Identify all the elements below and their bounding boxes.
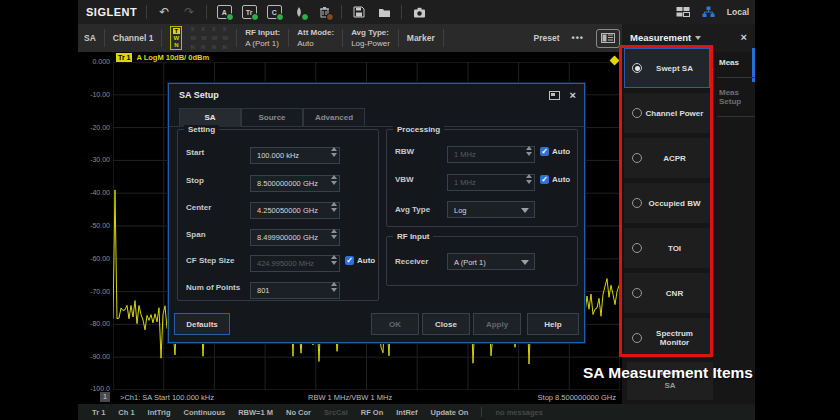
trash-icon[interactable] [316,4,332,20]
top-toolbar: SIGLENT ↶ ↷ A Tr C [78,0,755,24]
tab-meas-setup[interactable]: Meas Setup [717,78,755,116]
network-icon[interactable] [701,4,717,20]
vbw-auto-checkbox[interactable]: ✓ Auto [540,175,570,184]
peak-search-icon[interactable]: A [216,4,232,20]
status-update[interactable]: Update On [431,408,469,417]
status-ref[interactable]: IntRef [396,408,417,417]
spinner[interactable] [331,255,337,265]
status-trigger[interactable]: IntTrig [148,408,171,417]
divider [288,29,289,47]
start-row: Start [178,144,378,161]
help-button[interactable]: Help [527,313,579,335]
rf-input-summary[interactable]: RF Input: A (Port 1) [245,28,280,48]
camera-icon[interactable] [411,4,427,20]
att-mode-summary[interactable]: Att Mode: Auto [297,28,334,48]
marker-button[interactable]: Marker [407,33,435,43]
limit-tool-icon[interactable] [291,4,307,20]
trace-tool-icon[interactable]: Tr [241,4,257,20]
divider [206,5,207,19]
vbw-input[interactable] [447,171,535,188]
dialog-close-icon[interactable]: × [570,89,576,101]
cf-step-row: CF Step Size ✓ Auto [178,252,378,269]
spinner[interactable] [331,202,337,212]
radio-icon [632,288,642,298]
tab-meas[interactable]: Meas [717,48,755,77]
apps-grid-icon[interactable] [675,4,691,20]
divider [401,5,402,19]
meas-item-spectrum-monitor[interactable]: Spectrum Monitor [624,318,710,358]
num-points-input[interactable] [250,279,340,296]
y-axis-label: -70.00 [80,288,110,295]
dialog-pin-window-icon[interactable] [549,86,560,104]
span-row: Span [178,226,378,243]
correction-tool-icon[interactable]: C [266,4,282,20]
status-sweep[interactable]: Continuous [184,408,226,417]
checkbox-checked-icon[interactable]: ✓ [540,175,549,184]
meas-item-cnr[interactable]: CNR [624,273,710,313]
undo-icon[interactable]: ↶ [156,4,172,20]
trace-state-indicator[interactable]: T W N [170,26,182,50]
spinner[interactable] [331,282,337,292]
dialog-title: SA Setup [179,90,219,100]
spinner[interactable] [331,229,337,239]
rbw-auto-checkbox[interactable]: ✓ Auto [540,147,570,156]
measurement-panel-title[interactable]: Measurement [630,32,701,43]
checkbox-checked-icon[interactable]: ✓ [345,256,354,265]
cf-step-auto-checkbox[interactable]: ✓ Auto [345,256,375,265]
avg-type-dropdown[interactable]: Log [447,201,535,218]
divider [481,407,482,417]
more-options-button[interactable]: ••• [572,33,584,43]
spinner[interactable] [526,146,532,156]
cf-step-input[interactable] [250,252,340,269]
mode-label[interactable]: SA [84,33,96,43]
spinner[interactable] [331,147,337,157]
spinner[interactable] [331,175,337,185]
meas-item-swept-sa[interactable]: Swept SA [624,48,710,88]
span-input[interactable] [250,226,340,243]
ok-button[interactable]: OK [371,313,419,335]
close-button[interactable]: Close [422,313,470,335]
layout-window-button[interactable] [596,29,620,48]
analyzer-app-window: SIGLENT ↶ ↷ A Tr C [78,0,755,420]
meas-item-toi[interactable]: TOI [624,228,710,268]
defaults-button[interactable]: Defaults [174,313,230,335]
status-correction[interactable]: No Cor [286,408,311,417]
preset-button[interactable]: Preset [534,33,560,43]
checkbox-checked-icon[interactable]: ✓ [540,147,549,156]
receiver-dropdown[interactable]: A (Port 1) [447,253,535,270]
avg-type-row: Avg Type Log [387,201,577,218]
start-input[interactable] [250,144,340,161]
status-srccal[interactable]: SrcCal [324,408,348,417]
dialog-titlebar[interactable]: SA Setup × [169,84,584,106]
meas-item-occupied-bw[interactable]: Occupied BW [624,183,710,223]
radio-selected-icon [632,63,642,73]
meas-item-acpr[interactable]: ACPR [624,138,710,178]
avg-type-summary[interactable]: Avg Type: Log-Power [351,28,390,48]
y-axis-label: -30.00 [80,156,110,163]
save-icon[interactable] [351,4,367,20]
status-channel[interactable]: Ch 1 [118,408,134,417]
local-status-label[interactable]: Local [727,7,749,17]
divider [341,5,342,19]
window-number-badge: 1 [100,392,110,402]
divider [161,29,162,47]
status-rf[interactable]: RF On [361,408,384,417]
status-trace[interactable]: Tr 1 [92,408,105,417]
apply-button[interactable]: Apply [473,313,521,335]
panel-close-icon[interactable]: × [741,31,747,43]
center-input[interactable] [250,199,340,216]
tab-source[interactable]: Source [241,108,303,127]
panel-side-tabs: Meas Meas Setup [717,48,755,117]
open-folder-icon[interactable] [376,4,392,20]
spinner[interactable] [526,174,532,184]
meas-item-channel-power[interactable]: Channel Power [624,93,710,133]
stop-input[interactable] [250,172,340,189]
tab-advanced[interactable]: Advanced [303,108,365,127]
channel-label[interactable]: Channel 1 [113,33,154,43]
vbw-row: VBW ✓ Auto [387,171,577,188]
status-rbw[interactable]: RBW=1 M [238,408,273,417]
rbw-input[interactable] [447,143,535,160]
divider [398,29,399,47]
redo-icon[interactable]: ↷ [181,4,197,20]
trace1-badge[interactable]: Tr 1 [116,53,132,62]
